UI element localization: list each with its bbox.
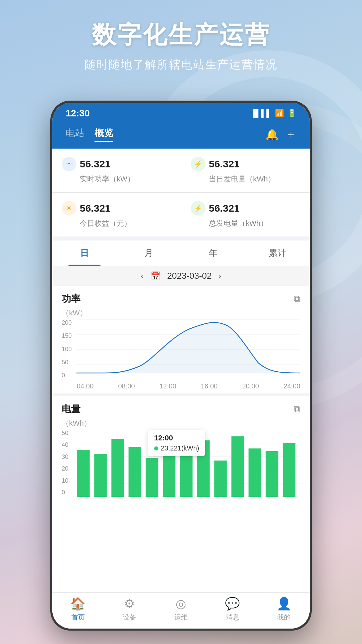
svg-rect-22 <box>231 436 244 497</box>
power-x-labels: 04:00 08:00 12:00 16:00 20:00 24:00 <box>62 382 300 390</box>
notification-icon[interactable]: 🔔 <box>265 128 279 141</box>
device-icon: ⚙ <box>124 597 135 611</box>
svg-rect-14 <box>111 439 124 497</box>
battery-icon: 🔋 <box>287 109 296 118</box>
svg-rect-21 <box>214 461 227 497</box>
energy-chart-header: 电量 ⧉ <box>62 403 300 416</box>
svg-rect-13 <box>94 454 107 497</box>
calendar-icon: 📅 <box>150 271 161 281</box>
income-icon: ☀ <box>62 201 76 216</box>
ops-icon: ◎ <box>176 597 186 611</box>
messages-label: 消息 <box>226 613 239 622</box>
power-chart-header: 功率 ⧉ <box>62 292 300 305</box>
stat-card-income: ☀ 56.321 今日收益（元） <box>52 193 181 236</box>
stat-label-daily-gen: 当日发电量（kWh） <box>209 174 300 184</box>
energy-y-axis: 0 10 20 30 40 50 <box>62 430 76 497</box>
bottom-nav-home[interactable]: 🏠 首页 <box>52 597 104 622</box>
power-y-axis: 0 50 100 150 200 <box>62 319 76 380</box>
add-icon[interactable]: ＋ <box>286 127 296 142</box>
stat-card-daily-gen: ⚡ 56.321 当日发电量（kWh） <box>181 149 310 192</box>
power-chart-export[interactable]: ⧉ <box>294 293 300 305</box>
ops-label: 运维 <box>174 613 188 622</box>
stat-value-daily-gen: 56.321 <box>209 158 240 170</box>
profile-label: 我的 <box>277 613 291 622</box>
energy-chart-section: 电量 ⧉ （kWh） 0 10 20 30 40 50 <box>52 393 310 592</box>
power-chart-section: 功率 ⧉ （kW） 0 50 100 150 200 <box>52 286 310 393</box>
tooltip-time: 12:00 <box>154 434 199 442</box>
total-gen-icon: ⚡ <box>191 201 205 216</box>
energy-chart-export[interactable]: ⧉ <box>294 404 300 415</box>
bottom-nav-messages[interactable]: 💬 消息 <box>207 597 258 622</box>
messages-icon: 💬 <box>225 597 240 611</box>
svg-rect-25 <box>283 443 296 497</box>
home-label: 首页 <box>71 613 85 622</box>
profile-icon: 👤 <box>277 597 292 611</box>
energy-chart-title: 电量 <box>62 403 80 416</box>
wifi-icon: 📶 <box>275 109 284 118</box>
tab-day[interactable]: 日 <box>52 240 117 266</box>
stat-label-total-gen: 总发电量（kWh） <box>209 218 300 228</box>
phone-container: 12:30 ▐▌▌▌ 📶 🔋 电站 概览 🔔 ＋ <box>50 101 312 631</box>
charts-area: 功率 ⧉ （kW） 0 50 100 150 200 <box>52 286 310 592</box>
nav-bar: 电站 概览 🔔 ＋ <box>52 122 310 149</box>
phone-frame: 12:30 ▐▌▌▌ 📶 🔋 电站 概览 🔔 ＋ <box>50 101 312 631</box>
hero-section: 数字化生产运营 随时随地了解所辖电站生产运营情况 <box>0 0 362 86</box>
hero-title: 数字化生产运营 <box>13 20 349 49</box>
nav-left: 电站 概览 <box>66 127 113 142</box>
status-icons: ▐▌▌▌ 📶 🔋 <box>251 109 296 118</box>
stats-grid: 〰 56.321 实时功率（kW） ⚡ 56.321 当日发电量（kWh） <box>52 149 310 236</box>
hero-subtitle: 随时随地了解所辖电站生产运营情况 <box>13 57 349 72</box>
phone-inner: 12:30 ▐▌▌▌ 📶 🔋 电站 概览 🔔 ＋ <box>52 103 310 629</box>
home-icon: 🏠 <box>70 597 85 611</box>
date-prev-button[interactable]: ‹ <box>141 271 144 281</box>
main-content: 〰 56.321 实时功率（kW） ⚡ 56.321 当日发电量（kWh） <box>52 149 310 629</box>
energy-tooltip: 12:00 23.221(kWh) <box>148 430 205 456</box>
power-chart-svg <box>76 319 300 380</box>
tooltip-dot <box>154 446 158 450</box>
stat-label-power: 实时功率（kW） <box>80 174 171 184</box>
power-chart-title: 功率 <box>62 292 80 305</box>
svg-rect-12 <box>77 450 90 497</box>
power-icon: 〰 <box>62 157 76 171</box>
bottom-nav-profile[interactable]: 👤 我的 <box>258 597 310 622</box>
signal-icon: ▐▌▌▌ <box>251 109 272 118</box>
tab-month[interactable]: 月 <box>117 240 181 266</box>
date-nav: ‹ 📅 2023-03-02 › <box>52 266 310 286</box>
current-date: 2023-03-02 <box>167 271 212 281</box>
svg-rect-15 <box>129 447 141 497</box>
bottom-nav-ops[interactable]: ◎ 运维 <box>155 597 207 622</box>
nav-item-station[interactable]: 电站 <box>66 127 84 142</box>
stat-value-power: 56.321 <box>80 158 111 170</box>
stat-label-income: 今日收益（元） <box>80 218 171 228</box>
nav-right: 🔔 ＋ <box>265 127 296 142</box>
svg-rect-23 <box>249 448 261 497</box>
date-next-button[interactable]: › <box>219 271 222 281</box>
tab-year[interactable]: 年 <box>181 240 245 266</box>
tab-cumulative[interactable]: 累计 <box>245 240 310 266</box>
stat-card-total-gen: ⚡ 56.321 总发电量（kWh） <box>181 193 310 236</box>
status-time: 12:30 <box>66 108 90 119</box>
stat-value-total-gen: 56.321 <box>209 203 240 214</box>
nav-item-overview[interactable]: 概览 <box>95 127 113 142</box>
svg-rect-24 <box>266 451 279 497</box>
tooltip-value-text: 23.221(kWh) <box>161 444 199 452</box>
power-chart-unit: （kW） <box>62 308 300 318</box>
svg-rect-16 <box>146 458 159 497</box>
status-bar: 12:30 ▐▌▌▌ 📶 🔋 <box>52 103 310 122</box>
stat-value-income: 56.321 <box>80 203 111 214</box>
stat-card-power: 〰 56.321 实时功率（kW） <box>52 149 181 192</box>
daily-gen-icon: ⚡ <box>191 157 205 171</box>
time-tabs: 日 月 年 累计 <box>52 240 310 266</box>
bottom-nav-device[interactable]: ⚙ 设备 <box>104 597 156 622</box>
tooltip-value: 23.221(kWh) <box>154 444 199 452</box>
energy-chart-unit: （kWh） <box>62 418 300 428</box>
bottom-nav: 🏠 首页 ⚙ 设备 ◎ 运维 💬 消息 <box>52 592 310 629</box>
device-label: 设备 <box>123 613 136 622</box>
